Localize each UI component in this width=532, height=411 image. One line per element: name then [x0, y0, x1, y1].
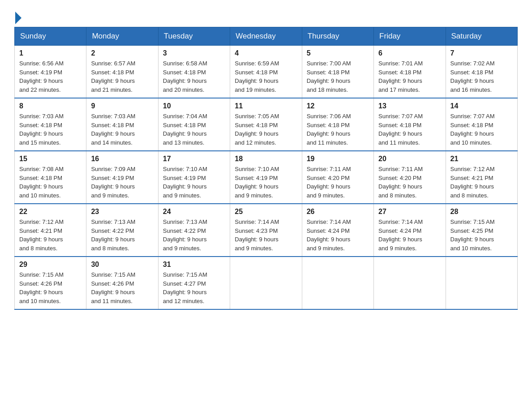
day-number: 2	[91, 49, 153, 57]
calendar-cell: 21 Sunrise: 7:12 AM Sunset: 4:21 PM Dayl…	[446, 151, 517, 204]
day-info: Sunrise: 6:59 AM Sunset: 4:18 PM Dayligh…	[235, 59, 297, 94]
day-info: Sunrise: 7:13 AM Sunset: 4:22 PM Dayligh…	[91, 218, 153, 253]
calendar-cell: 16 Sunrise: 7:09 AM Sunset: 4:19 PM Dayl…	[86, 151, 158, 204]
day-info: Sunrise: 6:58 AM Sunset: 4:18 PM Dayligh…	[163, 59, 225, 94]
day-number: 3	[163, 49, 225, 57]
weekday-header-thursday: Thursday	[302, 27, 373, 46]
day-number: 21	[450, 155, 513, 163]
day-info: Sunrise: 7:08 AM Sunset: 4:18 PM Dayligh…	[19, 165, 82, 200]
day-number: 7	[450, 49, 513, 57]
calendar-cell	[230, 257, 302, 309]
calendar-cell: 24 Sunrise: 7:13 AM Sunset: 4:22 PM Dayl…	[158, 204, 230, 257]
calendar-cell: 27 Sunrise: 7:14 AM Sunset: 4:24 PM Dayl…	[374, 204, 446, 257]
calendar-cell	[446, 257, 517, 309]
day-info: Sunrise: 7:11 AM Sunset: 4:20 PM Dayligh…	[307, 165, 369, 200]
logo-arrow-icon	[15, 12, 21, 24]
calendar-cell: 17 Sunrise: 7:10 AM Sunset: 4:19 PM Dayl…	[158, 151, 230, 204]
day-number: 19	[307, 155, 369, 163]
calendar-cell: 12 Sunrise: 7:06 AM Sunset: 4:18 PM Dayl…	[302, 98, 373, 151]
calendar-week-row: 22 Sunrise: 7:12 AM Sunset: 4:21 PM Dayl…	[15, 204, 518, 257]
day-info: Sunrise: 7:00 AM Sunset: 4:18 PM Dayligh…	[307, 59, 369, 94]
calendar-cell: 10 Sunrise: 7:04 AM Sunset: 4:18 PM Dayl…	[158, 98, 230, 151]
calendar-cell: 31 Sunrise: 7:15 AM Sunset: 4:27 PM Dayl…	[158, 257, 230, 309]
calendar-cell	[374, 257, 446, 309]
calendar-cell: 5 Sunrise: 7:00 AM Sunset: 4:18 PM Dayli…	[302, 46, 373, 98]
day-number: 20	[378, 155, 441, 163]
calendar-cell: 29 Sunrise: 7:15 AM Sunset: 4:26 PM Dayl…	[15, 257, 86, 309]
weekday-header-saturday: Saturday	[446, 27, 517, 46]
day-number: 30	[91, 261, 153, 269]
day-number: 8	[19, 102, 82, 110]
calendar-cell: 19 Sunrise: 7:11 AM Sunset: 4:20 PM Dayl…	[302, 151, 373, 204]
day-number: 28	[450, 208, 513, 216]
calendar-cell: 20 Sunrise: 7:11 AM Sunset: 4:20 PM Dayl…	[374, 151, 446, 204]
day-info: Sunrise: 7:13 AM Sunset: 4:22 PM Dayligh…	[163, 218, 225, 253]
weekday-header-wednesday: Wednesday	[230, 27, 302, 46]
calendar-header-row: SundayMondayTuesdayWednesdayThursdayFrid…	[15, 27, 518, 46]
day-number: 26	[307, 208, 369, 216]
day-info: Sunrise: 7:10 AM Sunset: 4:19 PM Dayligh…	[163, 165, 225, 200]
day-number: 17	[163, 155, 225, 163]
day-info: Sunrise: 7:03 AM Sunset: 4:18 PM Dayligh…	[19, 112, 82, 147]
calendar-cell: 7 Sunrise: 7:02 AM Sunset: 4:18 PM Dayli…	[446, 46, 517, 98]
day-info: Sunrise: 7:15 AM Sunset: 4:26 PM Dayligh…	[91, 270, 153, 305]
calendar-cell: 11 Sunrise: 7:05 AM Sunset: 4:18 PM Dayl…	[230, 98, 302, 151]
day-number: 14	[450, 102, 513, 110]
weekday-header-monday: Monday	[86, 27, 158, 46]
calendar-cell: 22 Sunrise: 7:12 AM Sunset: 4:21 PM Dayl…	[15, 204, 86, 257]
calendar-cell: 14 Sunrise: 7:07 AM Sunset: 4:18 PM Dayl…	[446, 98, 517, 151]
weekday-header-friday: Friday	[374, 27, 446, 46]
day-info: Sunrise: 7:09 AM Sunset: 4:19 PM Dayligh…	[91, 165, 153, 200]
day-info: Sunrise: 7:15 AM Sunset: 4:26 PM Dayligh…	[19, 270, 82, 305]
day-info: Sunrise: 7:14 AM Sunset: 4:24 PM Dayligh…	[378, 218, 441, 253]
calendar-cell: 25 Sunrise: 7:14 AM Sunset: 4:23 PM Dayl…	[230, 204, 302, 257]
day-number: 25	[235, 208, 297, 216]
day-info: Sunrise: 7:07 AM Sunset: 4:18 PM Dayligh…	[450, 112, 513, 147]
day-number: 12	[307, 102, 369, 110]
day-number: 6	[378, 49, 441, 57]
day-info: Sunrise: 7:03 AM Sunset: 4:18 PM Dayligh…	[91, 112, 153, 147]
day-number: 22	[19, 208, 82, 216]
calendar-table: SundayMondayTuesdayWednesdayThursdayFrid…	[14, 27, 518, 310]
calendar-cell: 2 Sunrise: 6:57 AM Sunset: 4:18 PM Dayli…	[86, 46, 158, 98]
day-info: Sunrise: 7:14 AM Sunset: 4:23 PM Dayligh…	[235, 218, 297, 253]
calendar-cell: 15 Sunrise: 7:08 AM Sunset: 4:18 PM Dayl…	[15, 151, 86, 204]
day-number: 31	[163, 261, 225, 269]
day-info: Sunrise: 7:12 AM Sunset: 4:21 PM Dayligh…	[450, 165, 513, 200]
calendar-week-row: 15 Sunrise: 7:08 AM Sunset: 4:18 PM Dayl…	[15, 151, 518, 204]
calendar-cell: 23 Sunrise: 7:13 AM Sunset: 4:22 PM Dayl…	[86, 204, 158, 257]
calendar-cell: 4 Sunrise: 6:59 AM Sunset: 4:18 PM Dayli…	[230, 46, 302, 98]
day-number: 23	[91, 208, 153, 216]
calendar-cell: 30 Sunrise: 7:15 AM Sunset: 4:26 PM Dayl…	[86, 257, 158, 309]
day-number: 24	[163, 208, 225, 216]
calendar-cell: 3 Sunrise: 6:58 AM Sunset: 4:18 PM Dayli…	[158, 46, 230, 98]
day-number: 1	[19, 49, 82, 57]
calendar-cell	[302, 257, 373, 309]
day-number: 18	[235, 155, 297, 163]
day-number: 11	[235, 102, 297, 110]
day-info: Sunrise: 7:06 AM Sunset: 4:18 PM Dayligh…	[307, 112, 369, 147]
day-info: Sunrise: 6:56 AM Sunset: 4:19 PM Dayligh…	[19, 59, 82, 94]
calendar-cell: 1 Sunrise: 6:56 AM Sunset: 4:19 PM Dayli…	[15, 46, 86, 98]
day-info: Sunrise: 7:12 AM Sunset: 4:21 PM Dayligh…	[19, 218, 82, 253]
calendar-week-row: 29 Sunrise: 7:15 AM Sunset: 4:26 PM Dayl…	[15, 257, 518, 309]
day-number: 9	[91, 102, 153, 110]
day-info: Sunrise: 7:01 AM Sunset: 4:18 PM Dayligh…	[378, 59, 441, 94]
day-info: Sunrise: 7:07 AM Sunset: 4:18 PM Dayligh…	[378, 112, 441, 147]
day-number: 29	[19, 261, 82, 269]
calendar-cell: 28 Sunrise: 7:15 AM Sunset: 4:25 PM Dayl…	[446, 204, 517, 257]
day-info: Sunrise: 7:05 AM Sunset: 4:18 PM Dayligh…	[235, 112, 297, 147]
day-info: Sunrise: 7:15 AM Sunset: 4:27 PM Dayligh…	[163, 270, 225, 305]
day-number: 15	[19, 155, 82, 163]
day-info: Sunrise: 7:14 AM Sunset: 4:24 PM Dayligh…	[307, 218, 369, 253]
calendar-week-row: 1 Sunrise: 6:56 AM Sunset: 4:19 PM Dayli…	[15, 46, 518, 98]
calendar-cell: 18 Sunrise: 7:10 AM Sunset: 4:19 PM Dayl…	[230, 151, 302, 204]
day-number: 10	[163, 102, 225, 110]
day-info: Sunrise: 6:57 AM Sunset: 4:18 PM Dayligh…	[91, 59, 153, 94]
day-number: 16	[91, 155, 153, 163]
calendar-cell: 8 Sunrise: 7:03 AM Sunset: 4:18 PM Dayli…	[15, 98, 86, 151]
calendar-cell: 6 Sunrise: 7:01 AM Sunset: 4:18 PM Dayli…	[374, 46, 446, 98]
day-info: Sunrise: 7:10 AM Sunset: 4:19 PM Dayligh…	[235, 165, 297, 200]
weekday-header-tuesday: Tuesday	[158, 27, 230, 46]
page-header	[14, 11, 518, 22]
